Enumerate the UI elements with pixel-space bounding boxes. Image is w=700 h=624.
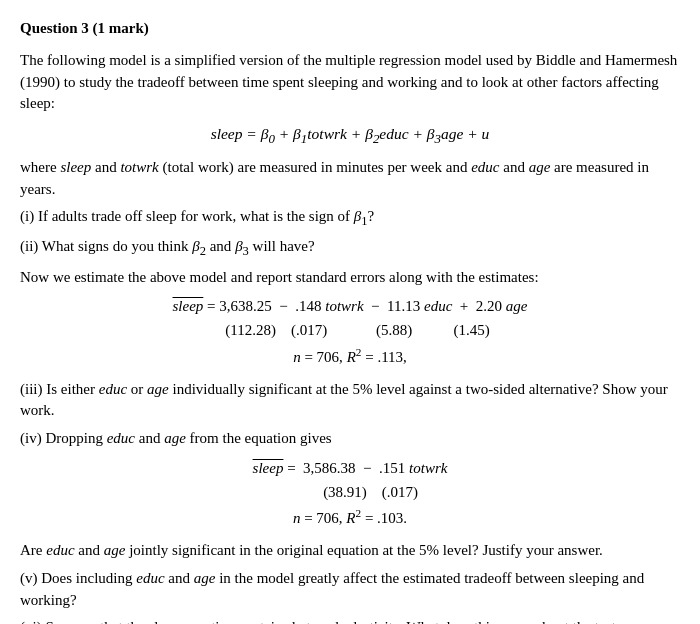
eq2-n-line: n = 706, R2 = .103. [20,505,680,530]
eq2-se-line: (38.91) (.017) [20,482,680,504]
sleep-overline-2: sleep [253,460,284,476]
part-vi-text: (vi) Suppose that the sleep equation con… [20,617,680,624]
part-iv-question: Are educ and age jointly significant in … [20,540,680,562]
formula-note: where sleep and totwrk (total work) are … [20,157,680,201]
eq2-main-line: sleep = 3,586.38 − .151 totwrk [20,458,680,480]
question-title: Question 3 (1 mark) [20,18,680,40]
estimate-intro: Now we estimate the above model and repo… [20,267,680,289]
equation-2-block: sleep = 3,586.38 − .151 totwrk (38.91) (… [20,458,680,530]
part-i-text: (i) If adults trade off sleep for work, … [20,206,680,230]
main-formula: sleep = β0 + β1totwrk + β2educ + β3age +… [20,123,680,149]
part-v-text: (v) Does including educ and age in the m… [20,568,680,612]
eq1-n-line: n = 706, R2 = .113, [20,344,680,369]
part-ii-text: (ii) What signs do you think β2 and β3 w… [20,236,680,260]
sleep-overline-1: sleep [173,298,204,314]
part-iv-intro-text: (iv) Dropping educ and age from the equa… [20,428,680,450]
part-iii-text: (iii) Is either educ or age individually… [20,379,680,423]
intro-paragraph: The following model is a simplified vers… [20,50,680,115]
question-container: Question 3 (1 mark) The following model … [20,18,680,624]
eq1-se-line: (112.28) (.017) (5.88) (1.45) [20,320,680,342]
eq1-main-line: sleep = 3,638.25 − .148 totwrk − 11.13 e… [20,296,680,318]
equation-1-block: sleep = 3,638.25 − .148 totwrk − 11.13 e… [20,296,680,368]
